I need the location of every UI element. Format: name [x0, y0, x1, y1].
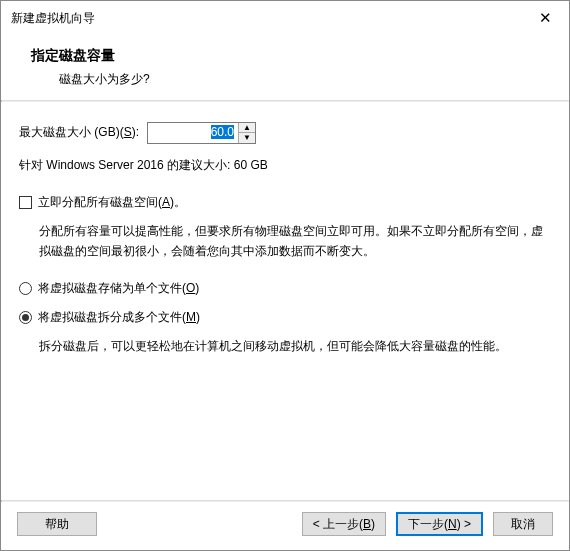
- allocate-description: 分配所有容量可以提高性能，但要求所有物理磁盘空间立即可用。如果不立即分配所有空间…: [19, 222, 551, 260]
- split-description: 拆分磁盘后，可以更轻松地在计算机之间移动虚拟机，但可能会降低大容量磁盘的性能。: [19, 337, 551, 356]
- close-icon: ✕: [539, 9, 552, 27]
- wizard-header: 指定磁盘容量 磁盘大小为多少?: [1, 35, 569, 100]
- store-split-accelerator: M: [186, 310, 196, 324]
- next-button[interactable]: 下一步(N) >: [396, 512, 483, 536]
- back-button[interactable]: < 上一步(B): [302, 512, 386, 536]
- spinner-up[interactable]: ▲: [239, 123, 255, 133]
- cancel-button[interactable]: 取消: [493, 512, 553, 536]
- help-button[interactable]: 帮助: [17, 512, 97, 536]
- store-split-radio-row[interactable]: 将虚拟磁盘拆分成多个文件(M): [19, 308, 551, 327]
- allocate-label: 立即分配所有磁盘空间(A)。: [38, 193, 186, 212]
- allocate-accelerator: A: [162, 195, 170, 209]
- store-split-radio[interactable]: [19, 311, 32, 324]
- page-title: 指定磁盘容量: [31, 47, 551, 65]
- disk-size-accelerator: S: [124, 125, 132, 139]
- content-area: 最大磁盘大小 (GB)(S): 60.0 ▲ ▼ 针对 Windows Serv…: [1, 102, 569, 500]
- disk-size-input[interactable]: 60.0: [148, 123, 238, 143]
- store-split-label: 将虚拟磁盘拆分成多个文件(M): [38, 308, 200, 327]
- allocate-checkbox[interactable]: [19, 196, 32, 209]
- disk-size-label: 最大磁盘大小 (GB)(S):: [19, 123, 139, 142]
- store-single-accelerator: O: [186, 281, 195, 295]
- store-single-radio-row[interactable]: 将虚拟磁盘存储为单个文件(O): [19, 279, 551, 298]
- window-title: 新建虚拟机向导: [11, 10, 95, 27]
- disk-size-row: 最大磁盘大小 (GB)(S): 60.0 ▲ ▼: [19, 122, 551, 144]
- store-single-label: 将虚拟磁盘存储为单个文件(O): [38, 279, 199, 298]
- close-button[interactable]: ✕: [529, 7, 561, 29]
- wizard-window: 新建虚拟机向导 ✕ 指定磁盘容量 磁盘大小为多少? 最大磁盘大小 (GB)(S)…: [0, 0, 570, 551]
- recommended-size: 针对 Windows Server 2016 的建议大小: 60 GB: [19, 156, 551, 175]
- titlebar: 新建虚拟机向导 ✕: [1, 1, 569, 35]
- page-subtitle: 磁盘大小为多少?: [31, 71, 551, 88]
- next-accelerator: N: [448, 517, 457, 531]
- allocate-checkbox-row[interactable]: 立即分配所有磁盘空间(A)。: [19, 193, 551, 212]
- back-accelerator: B: [363, 517, 371, 531]
- spinner-buttons: ▲ ▼: [238, 123, 255, 143]
- footer: 帮助 < 上一步(B) 下一步(N) > 取消: [1, 502, 569, 550]
- store-single-radio[interactable]: [19, 282, 32, 295]
- disk-size-spinner[interactable]: 60.0 ▲ ▼: [147, 122, 256, 144]
- spinner-down[interactable]: ▼: [239, 133, 255, 143]
